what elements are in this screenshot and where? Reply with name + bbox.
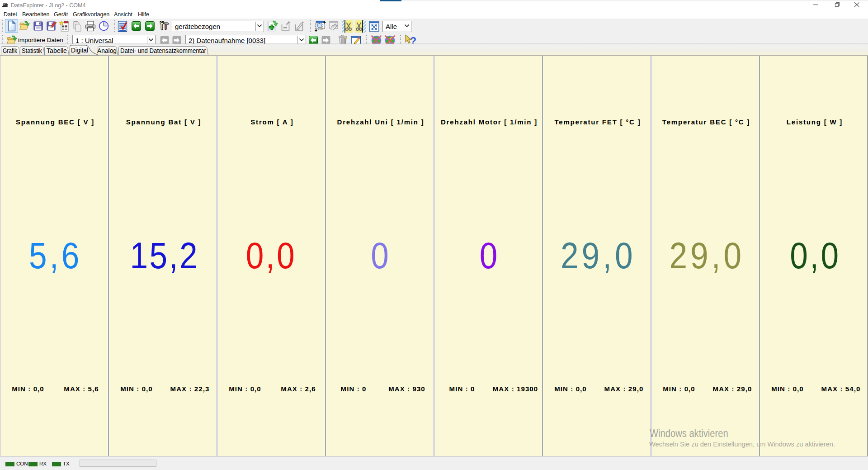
svg-text:Analog: Analog <box>97 47 117 54</box>
svg-text:Tabelle: Tabelle <box>47 47 67 54</box>
svg-text:Digital: Digital <box>71 47 88 54</box>
svg-text:Datei- und Datensatzkommentar: Datei- und Datensatzkommentar <box>120 47 206 54</box>
svg-text:Grafik: Grafik <box>3 47 18 54</box>
svg-text:Statistik: Statistik <box>22 47 42 54</box>
